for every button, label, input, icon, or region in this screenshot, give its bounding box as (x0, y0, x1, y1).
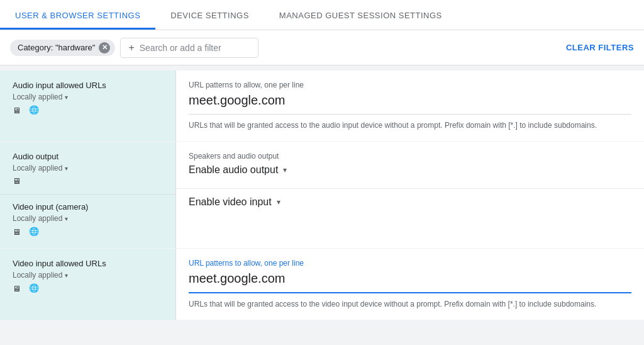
search-filter-box[interactable]: + Search or add a filter (120, 38, 258, 58)
filter-chip-label: Category: "hardware" (18, 43, 95, 52)
locally-applied-audio-input: Locally applied ▾ (13, 93, 163, 101)
policy-left-combined: Audio output Locally applied ▾ 🖥 Video i… (0, 142, 176, 248)
chevron-down-icon-audio-output: ▾ (65, 165, 68, 172)
close-icon: ✕ (102, 43, 108, 52)
policy-group-video-input: Video input allowed URLs Locally applied… (0, 249, 644, 320)
policy-section-video-input-urls: Video input allowed URLs Locally applied… (0, 249, 644, 320)
tab-device[interactable]: DEVICE SETTINGS (155, 0, 264, 30)
locally-applied-audio-output: Locally applied ▾ (13, 164, 163, 172)
icon-row-video-input-urls: 🖥 🌐 (13, 283, 163, 295)
icon-row-audio-output: 🖥 (13, 176, 163, 186)
tab-guest[interactable]: MANAGED GUEST SESSION SETTINGS (264, 0, 457, 30)
chevron-down-icon-video-input: ▾ (65, 215, 68, 222)
monitor-icon-video-input: 🖥 (13, 227, 25, 237)
locally-applied-video-input: Locally applied ▾ (13, 214, 163, 223)
policy-section-audio-video: Audio output Locally applied ▾ 🖥 Video i… (0, 142, 644, 248)
globe-icon-video-input: 🌐 (29, 227, 40, 238)
policy-value-video-input-urls: meet.google.com (189, 271, 631, 286)
dropdown-arrow-audio-output: ▾ (283, 166, 287, 174)
policy-right-video-input: Enable video input ▾ (176, 189, 644, 220)
plus-icon: + (128, 42, 134, 54)
locally-applied-video-input-urls: Locally applied ▾ (13, 271, 163, 280)
dropdown-arrow-video-input: ▾ (277, 198, 280, 206)
monitor-icon-audio-output: 🖥 (13, 176, 25, 186)
monitor-icon-audio-input: 🖥 (13, 106, 25, 116)
policy-left-video-input: Video input (camera) Locally applied ▾ 🖥… (0, 195, 175, 248)
top-navigation: USER & BROWSER SETTINGS DEVICE SETTINGS … (0, 0, 644, 30)
policy-sublabel-audio-output: Speakers and audio output (189, 152, 631, 161)
policy-group-audio-input: Audio input allowed URLs Locally applied… (0, 71, 644, 141)
filter-chip-close[interactable]: ✕ (99, 42, 110, 54)
policy-name-video-input-urls: Video input allowed URLs (13, 259, 163, 268)
chevron-down-icon-video-input-urls: ▾ (65, 272, 68, 279)
policy-left-audio-output: Audio output Locally applied ▾ 🖥 (0, 142, 175, 195)
icon-row-video-input: 🖥 🌐 (13, 227, 163, 238)
policy-section-audio-input-urls: Audio input allowed URLs Locally applied… (0, 71, 644, 141)
clear-filters-button[interactable]: CLEAR FILTERS (566, 43, 634, 52)
policy-name-audio-output: Audio output (13, 152, 163, 161)
policy-left-video-input-urls: Video input allowed URLs Locally applied… (0, 249, 176, 320)
policy-right-audio-input: URL patterns to allow, one per line meet… (176, 71, 644, 141)
policy-dropdown-video-input[interactable]: Enable video input ▾ (189, 196, 631, 208)
policy-name-audio-input: Audio input allowed URLs (13, 81, 163, 90)
monitor-icon-video-input-urls: 🖥 (13, 284, 25, 294)
policy-right-video-input-urls: URL patterns to allow, one per line meet… (176, 249, 644, 320)
globe-icon-video-input-urls: 🌐 (29, 283, 40, 295)
policy-desc-video-input-urls: URLs that will be granted access to the … (189, 298, 631, 310)
policy-right-audio-output: Speakers and audio output Enable audio o… (176, 142, 644, 189)
policy-value-audio-input: meet.google.com (189, 93, 631, 108)
tab-user-browser[interactable]: USER & BROWSER SETTINGS (0, 0, 155, 30)
icon-row-audio-input: 🖥 🌐 (13, 105, 163, 116)
policy-label-video-input-urls: URL patterns to allow, one per line (189, 259, 631, 268)
policy-dropdown-audio-output[interactable]: Enable audio output ▾ (189, 164, 631, 176)
policy-divider-audio-input (189, 114, 631, 115)
globe-icon-audio-input: 🌐 (29, 105, 40, 116)
search-placeholder: Search or add a filter (140, 43, 221, 53)
policy-right-combined: Speakers and audio output Enable audio o… (176, 142, 644, 248)
policy-desc-audio-input: URLs that will be granted access to the … (189, 120, 631, 131)
policy-left-audio-input: Audio input allowed URLs Locally applied… (0, 71, 176, 141)
policy-label-audio-input: URL patterns to allow, one per line (189, 81, 631, 89)
filter-chip-hardware[interactable]: Category: "hardware" ✕ (10, 40, 115, 56)
chevron-down-icon-audio-input: ▾ (65, 94, 68, 101)
policy-name-video-input: Video input (camera) (13, 202, 163, 212)
policy-divider-video-input-urls (189, 292, 631, 293)
content-area: Audio input allowed URLs Locally applied… (0, 65, 644, 345)
filter-bar: Category: "hardware" ✕ + Search or add a… (0, 30, 644, 65)
